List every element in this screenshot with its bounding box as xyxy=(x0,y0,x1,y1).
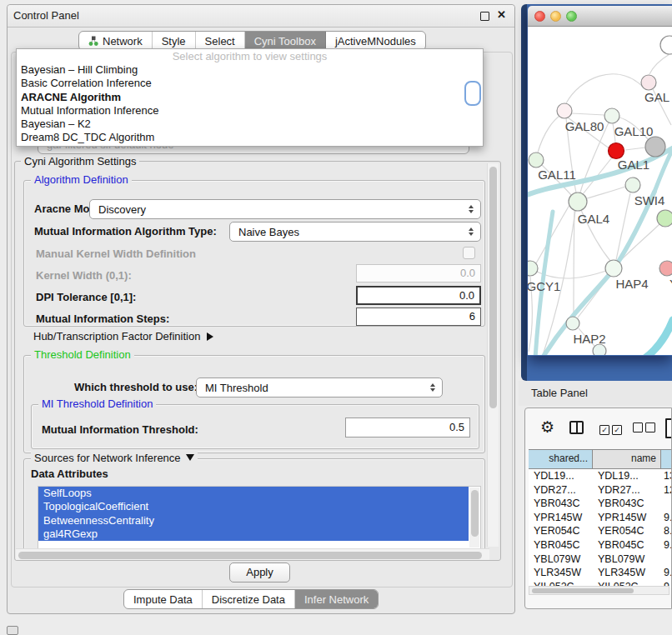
combo-arrows-icon xyxy=(430,383,435,392)
mi-threshold-field[interactable]: 0.5 xyxy=(345,418,470,438)
float-window-button[interactable] xyxy=(480,12,489,21)
network-node[interactable] xyxy=(566,317,579,330)
network-node[interactable] xyxy=(659,261,672,276)
settings-horizontal-scrollbar[interactable] xyxy=(16,548,489,561)
table-row[interactable]: YDL19...YDL19...13 xyxy=(529,469,671,483)
panel-title: Control Panel xyxy=(13,9,79,22)
tab-jactivemnodules[interactable]: jActiveMNodules xyxy=(326,32,425,50)
close-window-button[interactable] xyxy=(534,11,545,22)
kernel-width-field[interactable]: 0.0 xyxy=(356,264,481,282)
network-node[interactable] xyxy=(557,103,572,118)
settings-group-title: Cyni Algorithm Settings xyxy=(21,155,139,168)
tab-discretize-data[interactable]: Discretize Data xyxy=(203,590,295,608)
gear-icon[interactable]: ⚙ xyxy=(540,418,554,437)
table-row[interactable]: YBR043CYBR043C xyxy=(529,497,671,511)
attribute-item-selected[interactable]: TopologicalCoefficient xyxy=(38,500,469,513)
kernel-width-label: Kernel Width (0,1): xyxy=(36,269,132,282)
attribute-item-selected[interactable]: BetweennessCentrality xyxy=(38,514,469,528)
hub-definition-section[interactable]: Hub/Transcription Factor Definition xyxy=(33,330,213,342)
tab-select[interactable]: Select xyxy=(196,32,245,50)
network-canvas[interactable]: GALGAL80GAL10GAL1GAL11SWI4GAL4GCY1HAP4YH… xyxy=(528,27,672,355)
scrollbar-thumb[interactable] xyxy=(471,490,479,537)
table-row[interactable]: YBR045CYBR045C9. xyxy=(529,538,671,552)
node-label: GAL11 xyxy=(538,168,576,182)
dropdown-item-selected[interactable]: ARACNE Algorithm xyxy=(17,91,483,104)
tab-label: Network xyxy=(103,35,143,48)
network-node[interactable] xyxy=(605,260,622,277)
network-node[interactable] xyxy=(569,192,587,211)
table-row[interactable]: YPR145WYPR145W9. xyxy=(529,511,671,525)
table-row[interactable]: YDR27...YDR27...12 xyxy=(529,483,671,498)
node-label: HAP2 xyxy=(573,332,605,346)
network-node[interactable] xyxy=(657,210,672,227)
collapse-down-icon[interactable] xyxy=(186,454,194,461)
network-node[interactable] xyxy=(625,178,640,192)
dropdown-item[interactable]: Bayesian – K2 xyxy=(17,118,483,131)
network-node[interactable] xyxy=(660,36,672,54)
network-window-titlebar[interactable] xyxy=(528,6,672,27)
network-node[interactable] xyxy=(604,108,619,123)
dpi-tolerance-field[interactable]: 0.0 xyxy=(356,286,481,305)
algorithm-definition-group: Algorithm Definition Aracne Mode: Discov… xyxy=(23,180,485,327)
combo-arrows-icon xyxy=(469,228,474,236)
expand-right-icon[interactable] xyxy=(207,332,213,341)
attribute-item-selected[interactable]: gal4RGexp xyxy=(38,528,469,541)
node-label: HAP4 xyxy=(615,277,648,291)
tab-infer-network[interactable]: Infer Network xyxy=(295,590,378,608)
tab-network[interactable]: Network xyxy=(79,32,153,50)
table-row[interactable]: YER054CYER054C8. xyxy=(529,524,671,538)
minimize-window-button[interactable] xyxy=(550,11,561,22)
split-columns-icon[interactable] xyxy=(569,421,584,434)
scrollbar-thumb[interactable] xyxy=(532,588,634,594)
table-header-row: shared... name xyxy=(529,449,671,469)
close-icon[interactable]: ✕ xyxy=(497,8,506,21)
network-node[interactable] xyxy=(529,152,544,168)
collapsed-panel-icon[interactable] xyxy=(7,626,18,635)
dropdown-item[interactable]: Basic Correlation Inference xyxy=(17,77,483,90)
table-horizontal-scrollbar[interactable] xyxy=(529,586,669,595)
dropdown-item[interactable]: Bayesian – Hill Climbing xyxy=(17,63,483,77)
tab-impute-data[interactable]: Impute Data xyxy=(124,590,203,608)
dropdown-item[interactable]: Mutual Information Inference xyxy=(17,104,483,118)
node-label: GAL1 xyxy=(618,158,649,172)
network-view-region: GALGAL80GAL10GAL1GAL11SWI4GAL4GCY1HAP4YH… xyxy=(521,4,672,381)
dpi-tolerance-label: DPI Tolerance [0,1]: xyxy=(36,291,136,303)
network-node[interactable] xyxy=(609,143,624,159)
network-window: GALGAL80GAL10GAL1GAL11SWI4GAL4GCY1HAP4YH… xyxy=(528,6,672,356)
apply-button[interactable]: Apply xyxy=(229,562,290,582)
node-label: GCY1 xyxy=(528,279,560,293)
cyni-algorithm-settings: Algorithm Definition Aracne Mode: Discov… xyxy=(14,161,501,561)
sources-title[interactable]: Sources for Network Inference xyxy=(31,452,198,464)
column-header-name[interactable]: name xyxy=(593,450,661,468)
document-icon[interactable] xyxy=(665,418,672,438)
control-panel-window: Control Panel ✕ Network Style Select Cyn… xyxy=(7,4,515,614)
select-all-icon[interactable]: ✓✓ xyxy=(599,422,624,435)
settings-vertical-scrollbar[interactable] xyxy=(487,163,499,547)
table-row[interactable]: YLR345WYLR345W9. xyxy=(529,566,671,580)
list-scrollbar[interactable] xyxy=(469,488,479,548)
attribute-item-selected[interactable]: SelfLoops xyxy=(38,487,469,500)
network-node[interactable] xyxy=(641,75,656,90)
zoom-window-button[interactable] xyxy=(566,11,577,22)
table-toolbar: ⚙ ✓✓ xyxy=(525,415,671,445)
table-rows: YDL19...YDL19...13 YDR27...YDR27...12 YB… xyxy=(529,469,671,588)
mi-type-label: Mutual Information Algorithm Type: xyxy=(34,225,217,238)
scrollbar-thumb[interactable] xyxy=(18,552,482,559)
table-row[interactable]: YBL079WYBL079W xyxy=(529,552,671,567)
manual-kernel-checkbox[interactable] xyxy=(463,247,475,259)
mi-steps-field[interactable]: 6 xyxy=(356,308,481,326)
tab-cyni-toolbox[interactable]: Cyni Toolbox xyxy=(245,32,326,50)
deselect-all-icon[interactable] xyxy=(633,422,658,435)
dropdown-item[interactable]: Dream8 DC_TDC Algorithm xyxy=(17,131,483,144)
aracne-mode-combo[interactable]: Discovery xyxy=(89,199,481,219)
which-threshold-combo[interactable]: MI Threshold xyxy=(196,378,443,398)
mi-threshold-label: Mutual Information Threshold: xyxy=(42,423,198,436)
threshold-definition-group: Threshold Definition Which threshold to … xyxy=(23,355,485,453)
network-node[interactable] xyxy=(645,137,665,157)
column-header-shared-name[interactable]: shared... xyxy=(529,450,593,468)
network-node[interactable] xyxy=(528,261,538,276)
scrollbar-thumb[interactable] xyxy=(489,167,497,408)
column-header-partial[interactable] xyxy=(661,450,671,468)
tab-style[interactable]: Style xyxy=(153,32,196,50)
mi-algorithm-type-combo[interactable]: Naive Bayes xyxy=(229,222,481,242)
